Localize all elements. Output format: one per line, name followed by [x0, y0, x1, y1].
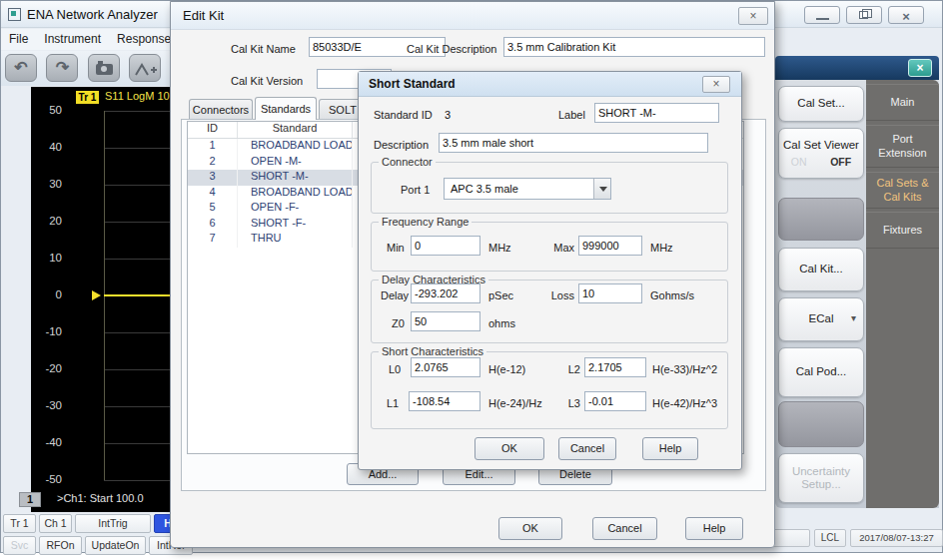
- lcl-indicator: LCL: [814, 529, 846, 547]
- loss-unit-label: Gohms/s: [650, 289, 694, 301]
- datetime-indicator: 2017/08/07-13:27: [850, 529, 943, 547]
- short-standard-help-button[interactable]: Help: [642, 437, 698, 460]
- restore-button[interactable]: [846, 6, 882, 24]
- softkey-cal-kit[interactable]: Cal Kit...: [778, 248, 864, 291]
- port1-connector-select[interactable]: APC 3.5 male: [444, 178, 611, 200]
- panel-tab-cal-sets-cal-kits[interactable]: Cal Sets & Cal Kits: [866, 172, 939, 209]
- y-axis-tick: 30: [31, 178, 62, 190]
- port1-label: Port 1: [401, 184, 430, 196]
- edit-kit-titlebar: Edit Kit: [171, 2, 774, 30]
- l3-input[interactable]: [584, 391, 646, 411]
- cell-id: 5: [188, 201, 238, 217]
- header-standard: Standard: [238, 122, 353, 138]
- softkey-cal-pod[interactable]: Cal Pod...: [778, 347, 864, 397]
- cell-standard: BROADBAND LOAD: [238, 139, 353, 155]
- status-ch1: Ch 1: [39, 514, 72, 533]
- add-trace-button[interactable]: [129, 54, 161, 82]
- edit-kit-close-button[interactable]: ×: [738, 7, 768, 25]
- status-updateon: UpdateOn: [85, 536, 146, 555]
- max-label: Max: [538, 242, 574, 254]
- softkey-label: Cal Pod...: [792, 365, 851, 378]
- softkey-label: Cal Kit...: [795, 263, 846, 276]
- softkey-cal-set-viewer[interactable]: Cal Set ViewerONOFF: [778, 128, 864, 179]
- panel-tab-main[interactable]: Main: [866, 84, 939, 121]
- loss-input[interactable]: [578, 283, 642, 303]
- l0-label: L0: [389, 363, 401, 375]
- panel-tab-port-extension[interactable]: Port Extension: [866, 125, 939, 168]
- y-axis-tick: -50: [31, 473, 62, 485]
- softkey-panel-header: ×: [775, 56, 939, 80]
- menu-file[interactable]: File: [1, 29, 36, 46]
- edit-kit-cancel-button[interactable]: Cancel: [592, 517, 657, 540]
- softkey-close-button[interactable]: ×: [908, 59, 932, 77]
- y-axis-tick: -30: [31, 399, 62, 411]
- loss-label: Loss: [538, 289, 574, 301]
- edit-kit-title: Edit Kit: [183, 8, 224, 23]
- reference-level-marker: [92, 290, 101, 300]
- status-rfon: RFOn: [39, 536, 82, 555]
- max-unit-label: MHz: [650, 242, 673, 254]
- cell-id: 7: [188, 232, 238, 248]
- window-title: ENA Network Analyzer: [27, 7, 158, 22]
- redo-button[interactable]: ↷: [46, 54, 78, 82]
- close-button[interactable]: ×: [888, 6, 924, 24]
- channel-status-text: >Ch1: Start 100.0: [57, 492, 144, 504]
- standard-id-value: 3: [445, 109, 451, 121]
- y-axis-tick: 50: [31, 104, 62, 116]
- l2-unit-label: H(e-33)/Hz^2: [652, 363, 717, 375]
- status-bar-row1: Tr 1Ch 1IntTrigHold: [3, 514, 198, 533]
- cell-id: 6: [188, 217, 238, 233]
- cell-standard: OPEN -F-: [238, 201, 353, 217]
- l3-unit-label: H(e-42)/Hz^3: [652, 397, 717, 409]
- short-standard-title: Short Standard: [369, 77, 456, 91]
- l0-input[interactable]: [411, 357, 480, 377]
- menu-bar: FileInstrumentResponse: [1, 29, 170, 50]
- panel-tab-fixtures[interactable]: Fixtures: [866, 212, 939, 249]
- l1-input[interactable]: [409, 391, 480, 411]
- l2-label: L2: [544, 363, 580, 375]
- cell-id: 4: [188, 186, 238, 202]
- description-input[interactable]: [439, 133, 708, 153]
- main-window: ENA Network Analyzer × FileInstrumentRes…: [0, 0, 943, 553]
- short-standard-cancel-button[interactable]: Cancel: [558, 437, 616, 460]
- softkey-cal-set[interactable]: Cal Set...: [778, 86, 864, 122]
- cell-id: 1: [188, 139, 238, 155]
- softkey-ecal[interactable]: ECal▾: [778, 297, 864, 341]
- short-standard-dialog: Short Standard × Standard ID 3 Label Des…: [358, 71, 742, 470]
- softkey-tabs: MainPort ExtensionCal Sets & Cal KitsFix…: [866, 80, 939, 508]
- softkey-label: Uncertainty Setup...: [779, 465, 863, 491]
- short-standard-close-button[interactable]: ×: [702, 76, 730, 93]
- edit-kit-help-button[interactable]: Help: [685, 517, 743, 540]
- cell-standard: OPEN -M-: [238, 155, 353, 171]
- delay-input[interactable]: [411, 283, 480, 303]
- menu-instrument[interactable]: Instrument: [36, 29, 109, 46]
- l0-unit-label: H(e-12): [488, 363, 525, 375]
- l2-input[interactable]: [584, 357, 646, 377]
- y-axis-tick: 20: [31, 215, 62, 227]
- z0-input[interactable]: [411, 311, 480, 331]
- max-frequency-input[interactable]: [578, 236, 642, 256]
- min-frequency-input[interactable]: [411, 236, 480, 256]
- short-standard-close-icon: ×: [712, 77, 719, 91]
- cell-standard: SHORT -M-: [238, 170, 353, 186]
- softkey-close-icon: ×: [916, 61, 923, 75]
- cal-kit-name-label: Cal Kit Name: [231, 43, 296, 55]
- delay-label: Delay: [381, 289, 409, 301]
- trace1-badge: Tr 1: [76, 91, 99, 104]
- undo-button[interactable]: ↶: [5, 54, 37, 82]
- tab-connectors[interactable]: Connectors: [189, 99, 253, 120]
- cell-id: 2: [188, 155, 238, 171]
- cal-kit-description-input[interactable]: [503, 37, 765, 57]
- minimize-button[interactable]: [804, 6, 840, 24]
- edit-kit-close-icon: ×: [749, 9, 756, 23]
- dropdown-arrow-icon: ▾: [851, 312, 856, 323]
- y-axis-tick: 0: [31, 288, 62, 300]
- tab-standards[interactable]: Standards: [255, 97, 317, 120]
- menu-response[interactable]: Response: [109, 29, 170, 46]
- screenshot-button[interactable]: [88, 54, 120, 82]
- label-input[interactable]: [594, 103, 719, 123]
- short-standard-ok-button[interactable]: OK: [474, 437, 544, 460]
- edit-kit-ok-button[interactable]: OK: [498, 517, 562, 540]
- undo-icon: ↶: [14, 59, 27, 76]
- cell-standard: BROADBAND LOAD: [238, 186, 353, 202]
